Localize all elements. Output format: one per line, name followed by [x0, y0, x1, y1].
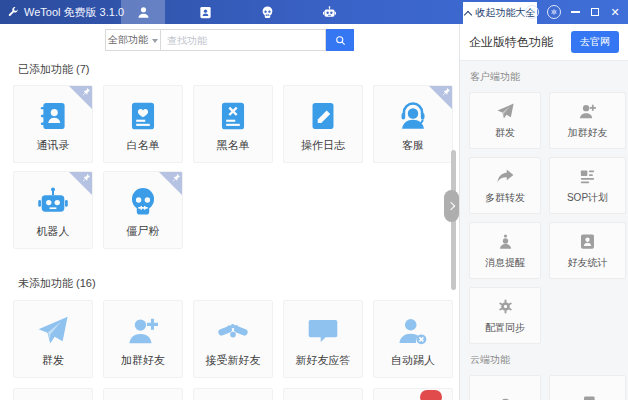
- close-button[interactable]: ✕: [605, 0, 625, 24]
- paper-plane-icon: [36, 314, 70, 352]
- pinned-badge: [68, 85, 93, 110]
- added-features-title: 已添加功能 (7): [18, 62, 90, 77]
- friend-stats-icon: [578, 232, 597, 251]
- message-remind-icon: [496, 232, 515, 251]
- sop-board-icon: [578, 167, 597, 186]
- handshake-icon: [216, 314, 250, 352]
- operation-log-icon: [306, 99, 340, 137]
- paper-plane-icon: [496, 102, 515, 121]
- chevron-up-icon: [463, 10, 471, 18]
- feature-card-operation-log[interactable]: 操作日志: [283, 85, 363, 163]
- title-bar: WeTool 免费版 3.1.0 收起功能大全 ? ✕: [0, 0, 628, 24]
- toolbar-tab-contacts[interactable]: [121, 0, 165, 24]
- window-title: WeTool 免费版 3.1.0: [24, 5, 124, 20]
- cloud-features-group-title: 云端功能: [470, 353, 628, 367]
- person-plus-icon: [126, 314, 160, 352]
- minimize-icon: [571, 11, 580, 13]
- help-icon[interactable]: ?: [525, 5, 539, 19]
- pin-icon: [81, 87, 91, 97]
- cloud-icon: [496, 394, 515, 400]
- chat-bubble-icon: [306, 314, 340, 352]
- enterprise-card-add-group-friends[interactable]: 加群好友: [549, 92, 626, 149]
- toolbar-tab-zombie-fans[interactable]: [245, 0, 289, 24]
- address-book-icon: [36, 99, 70, 137]
- window-controls: ? ✕: [521, 0, 625, 24]
- forward-arrow-icon: [496, 167, 515, 186]
- app-identity: WeTool 免费版 3.1.0: [7, 0, 124, 24]
- client-features-group-title: 客户端功能: [470, 70, 628, 84]
- enterprise-card-mass-send[interactable]: 群发: [469, 92, 541, 149]
- not-added-features-grid: 群发 加群好友 接受新好友 新好友应答 自动踢人: [13, 300, 458, 378]
- feature-card-accept-friends[interactable]: 接受新好友: [193, 300, 273, 378]
- feature-card[interactable]: [373, 388, 453, 400]
- whitelist-card-icon: [126, 99, 160, 137]
- enterprise-panel-title: 企业版特色功能: [469, 34, 553, 51]
- robot-icon: [36, 185, 70, 223]
- search-category-dropdown[interactable]: 全部功能: [105, 29, 160, 51]
- copy-windows-icon: [578, 394, 597, 400]
- pinned-feature-tabs: [121, 0, 369, 24]
- feature-card-contacts[interactable]: 通讯录: [13, 85, 93, 163]
- feature-card-blacklist[interactable]: 黑名单: [193, 85, 273, 163]
- settings-gear-icon[interactable]: [547, 5, 561, 19]
- feature-card-mass-send[interactable]: 群发: [13, 300, 93, 378]
- panel-collapse-handle[interactable]: [444, 190, 459, 222]
- search-input[interactable]: [160, 29, 326, 51]
- search-button[interactable]: [326, 29, 354, 51]
- person-icon: [136, 5, 151, 20]
- maximize-button[interactable]: [585, 0, 605, 24]
- pin-icon: [441, 87, 451, 97]
- minimize-button[interactable]: [565, 0, 585, 24]
- person-plus-icon: [578, 102, 597, 121]
- headset-icon: [396, 99, 430, 137]
- enterprise-feature-panel: 企业版特色功能 去官网 客户端功能 群发 加群好友 多群转发 SOP计划 消息提…: [459, 24, 628, 400]
- chevron-right-icon: [446, 202, 454, 210]
- feature-card-whitelist[interactable]: 白名单: [103, 85, 183, 163]
- skull-icon: [260, 5, 275, 20]
- cloud-features-grid: [469, 375, 628, 400]
- client-features-grid: 群发 加群好友 多群转发 SOP计划 消息提醒 好友统计 配置同步: [469, 92, 628, 344]
- feature-card[interactable]: [13, 388, 93, 400]
- feature-card[interactable]: [103, 388, 183, 400]
- toolbar-tab-robot[interactable]: [307, 0, 351, 24]
- not-added-features-title: 未添加功能 (16): [18, 276, 96, 291]
- search-icon: [334, 34, 347, 47]
- skull-icon: [126, 185, 160, 223]
- not-added-features-grid-row2: [13, 388, 458, 400]
- chevron-down-icon: [152, 39, 158, 46]
- enterprise-card-sop-plan[interactable]: SOP计划: [549, 157, 626, 214]
- close-icon: ✕: [610, 7, 619, 18]
- maximize-icon: [591, 8, 599, 16]
- pin-icon: [81, 173, 91, 183]
- enterprise-panel-header: 企业版特色功能 去官网: [460, 24, 628, 61]
- feature-card[interactable]: [193, 388, 273, 400]
- enterprise-card-message-remind[interactable]: 消息提醒: [469, 222, 541, 279]
- enterprise-card-friend-stats[interactable]: 好友统计: [549, 222, 626, 279]
- search-category-label: 全部功能: [108, 33, 148, 47]
- enterprise-card-config-sync[interactable]: 配置同步: [469, 287, 541, 344]
- feature-card-robot[interactable]: 机器人: [13, 171, 93, 249]
- toolbar-tab-customer-service[interactable]: [183, 0, 227, 24]
- enterprise-card-multi-group-forward[interactable]: 多群转发: [469, 157, 541, 214]
- pinned-badge: [68, 171, 93, 196]
- feature-card-add-group-friends[interactable]: 加群好友: [103, 300, 183, 378]
- gear-icon: [496, 297, 515, 316]
- person-remove-icon: [396, 314, 430, 352]
- pinned-badge: [158, 171, 183, 196]
- idcard-icon: [198, 5, 213, 20]
- blacklist-card-icon: [216, 99, 250, 137]
- feature-search-bar: 全部功能: [105, 29, 354, 51]
- feature-card-customer-service[interactable]: 客服: [373, 85, 453, 163]
- go-to-website-button[interactable]: 去官网: [571, 31, 619, 53]
- feature-card-zombie-fans[interactable]: 僵尸粉: [103, 171, 183, 249]
- feature-card[interactable]: [283, 388, 363, 400]
- added-features-grid: 通讯录 白名单 黑名单 操作日志 客服 机器人 僵尸粉: [13, 85, 458, 249]
- robot-icon: [322, 5, 337, 20]
- enterprise-card-cloud-copy[interactable]: [549, 375, 626, 400]
- pin-icon: [171, 173, 181, 183]
- enterprise-card-cloud[interactable]: [469, 375, 541, 400]
- pinned-badge: [428, 85, 453, 110]
- hot-badge: [420, 390, 442, 400]
- feature-card-auto-kick[interactable]: 自动踢人: [373, 300, 453, 378]
- feature-card-friend-reply[interactable]: 新好友应答: [283, 300, 363, 378]
